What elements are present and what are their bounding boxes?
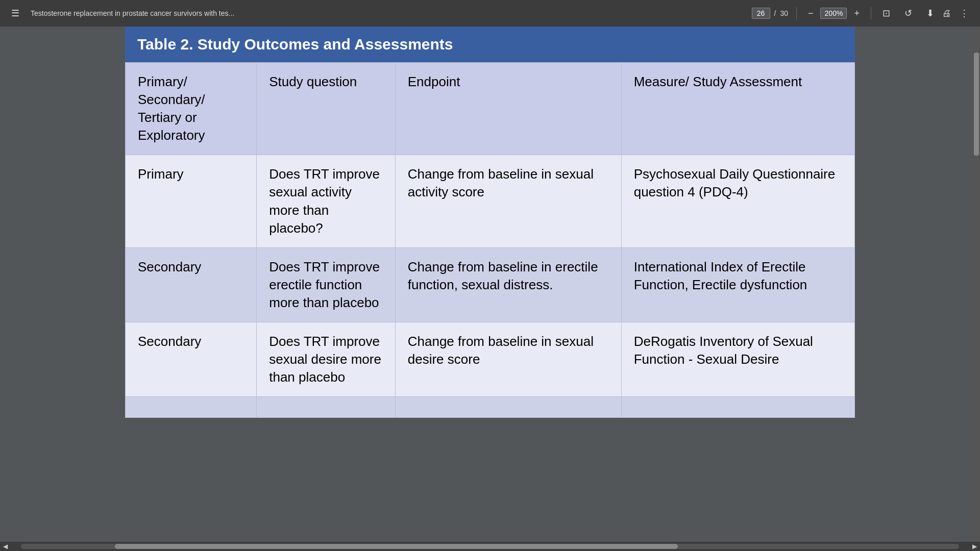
row-type-secondary-2: Secondary [126,322,257,397]
more-options-button[interactable]: ⋮ [957,6,972,21]
document-title: Testosterone replacement in prostate can… [31,9,744,17]
table-header-row: Primary/ Secondary/ Tertiary or Explorat… [126,63,855,155]
zoom-input[interactable] [820,8,847,19]
more-options-icon: ⋮ [960,8,969,19]
row-measure-secondary-2: DeRogatis Inventory of Sexual Function -… [621,322,854,397]
table-row: Secondary Does TRT improve sexual desire… [126,322,855,397]
page-input[interactable] [752,8,770,19]
row-measure-empty [621,397,854,418]
table-title: Table 2. Study Outcomes and Assessments [137,36,453,53]
row-question-empty [257,397,396,418]
header-cell-endpoint: Endpoint [395,63,621,155]
row-endpoint-secondary-1: Change from baseline in erectile functio… [395,247,621,322]
row-measure-secondary-1: International Index of Erectile Function… [621,247,854,322]
fit-button[interactable]: ⊡ [879,6,893,21]
print-icon: 🖨 [942,8,951,19]
download-icon: ⬇ [926,8,934,19]
row-measure-primary: Psychosexual Daily Questionnaire questio… [621,155,854,247]
page-info: / 30 [752,8,788,19]
header-cell-question: Study question [257,63,396,155]
table-row [126,397,855,418]
divider-2 [871,7,871,19]
row-question-primary: Does TRT improve sexual activity more th… [257,155,396,247]
scroll-thumb[interactable] [115,544,678,549]
vertical-scrollbar[interactable] [973,27,980,542]
rotate-button[interactable]: ↺ [901,6,915,21]
row-endpoint-empty [395,397,621,418]
page-separator: / [774,9,776,17]
header-cell-measure: Measure/ Study Assessment [621,63,854,155]
toolbar-right-actions: ⬇ 🖨 ⋮ [923,6,972,21]
rotate-icon: ↺ [904,8,912,19]
zoom-in-button[interactable]: + [851,6,863,21]
zoom-controls: − + [805,6,863,21]
download-button[interactable]: ⬇ [923,6,937,21]
study-table: Primary/ Secondary/ Tertiary or Explorat… [125,62,855,418]
table-row: Primary Does TRT improve sexual activity… [126,155,855,247]
scroll-left-arrow[interactable]: ◀ [0,543,11,550]
table-container: Table 2. Study Outcomes and Assessments … [125,27,855,418]
toolbar: ☰ Testosterone replacement in prostate c… [0,0,980,27]
scroll-track[interactable] [21,544,959,549]
row-type-primary: Primary [126,155,257,247]
page-total: 30 [780,9,788,17]
vertical-scroll-thumb[interactable] [974,53,979,156]
divider-1 [796,7,797,19]
zoom-in-icon: + [854,8,860,19]
row-type-empty [126,397,257,418]
fit-icon: ⊡ [883,8,890,19]
row-endpoint-secondary-2: Change from baseline in sexual desire sc… [395,322,621,397]
horizontal-scrollbar[interactable]: ◀ ▶ [0,542,980,551]
row-question-secondary-2: Does TRT improve sexual desire more than… [257,322,396,397]
menu-icon: ☰ [11,8,19,19]
zoom-out-icon: − [808,8,814,19]
scroll-right-arrow[interactable]: ▶ [969,543,980,550]
menu-button[interactable]: ☰ [8,6,22,21]
header-cell-type: Primary/ Secondary/ Tertiary or Explorat… [126,63,257,155]
print-button[interactable]: 🖨 [939,6,954,21]
row-question-secondary-1: Does TRT improve erectile function more … [257,247,396,322]
table-title-row: Table 2. Study Outcomes and Assessments [125,27,855,62]
row-endpoint-primary: Change from baseline in sexual activity … [395,155,621,247]
zoom-out-button[interactable]: − [805,6,817,21]
content-area: Table 2. Study Outcomes and Assessments … [0,27,980,551]
row-type-secondary-1: Secondary [126,247,257,322]
document-page: Table 2. Study Outcomes and Assessments … [125,27,855,418]
table-row: Secondary Does TRT improve erectile func… [126,247,855,322]
